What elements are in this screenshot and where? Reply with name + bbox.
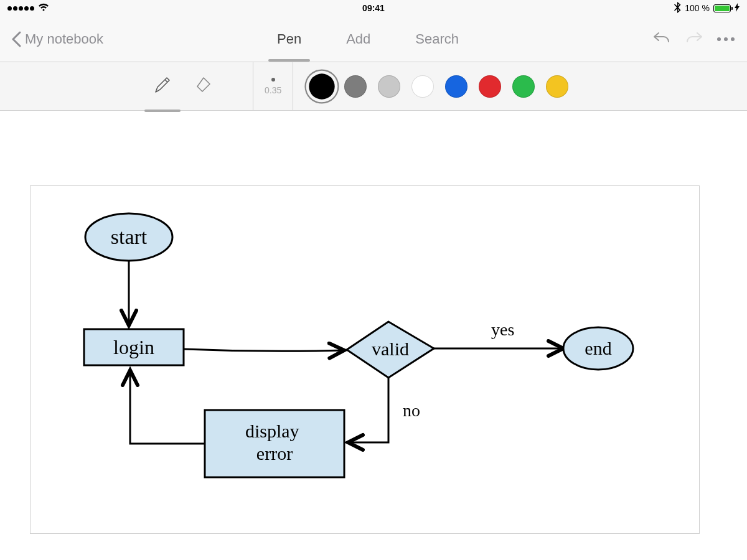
pen-size-label: 0.35 xyxy=(265,85,281,95)
color-blue[interactable] xyxy=(445,75,467,98)
node-end-label: end xyxy=(585,338,611,358)
color-gray[interactable] xyxy=(344,75,367,98)
status-time: 09:41 xyxy=(251,3,496,13)
node-start-label: start xyxy=(111,225,148,248)
tab-pen[interactable]: Pen xyxy=(272,17,306,61)
wifi-icon xyxy=(38,3,49,14)
redo-button[interactable] xyxy=(685,30,703,48)
chevron-left-icon xyxy=(11,31,21,47)
size-dot-icon xyxy=(271,78,275,82)
back-label: My notebook xyxy=(25,31,103,47)
edge-error-login xyxy=(130,370,205,444)
color-white[interactable] xyxy=(411,75,434,98)
status-bar: 09:41 100 % xyxy=(0,0,747,16)
battery-icon xyxy=(713,4,731,12)
edge-valid-error xyxy=(348,378,388,442)
bluetooth-icon xyxy=(674,2,681,15)
tab-search[interactable]: Search xyxy=(410,17,464,61)
color-red[interactable] xyxy=(479,75,501,98)
edge-yes-label: yes xyxy=(491,320,514,339)
signal-icon xyxy=(7,6,34,11)
color-palette xyxy=(299,75,580,98)
pen-toolbar: 0.35 xyxy=(0,62,747,111)
node-login-label: login xyxy=(113,336,154,358)
eraser-tool[interactable] xyxy=(192,67,215,106)
header: My notebook Pen Add Search xyxy=(0,16,747,62)
header-tabs: Pen Add Search xyxy=(96,17,640,61)
eraser-icon xyxy=(194,76,213,95)
pencil-icon xyxy=(153,76,172,95)
color-silver[interactable] xyxy=(378,75,400,98)
color-black[interactable] xyxy=(309,73,335,99)
battery-label: 100 % xyxy=(685,3,710,13)
charging-icon xyxy=(735,3,740,14)
flowchart-diagram: start login valid yes end no display xyxy=(31,186,700,534)
drawing-canvas[interactable]: start login valid yes end no display xyxy=(30,185,700,534)
edge-login-valid xyxy=(184,349,344,351)
pen-size-selector[interactable]: 0.35 xyxy=(253,62,293,111)
tab-add[interactable]: Add xyxy=(341,17,375,61)
node-valid-label: valid xyxy=(372,338,409,359)
pencil-tool[interactable] xyxy=(151,67,174,106)
edge-no-label: no xyxy=(403,401,420,420)
more-button[interactable] xyxy=(717,37,735,41)
color-green[interactable] xyxy=(512,75,535,98)
undo-button[interactable] xyxy=(652,30,671,48)
color-yellow[interactable] xyxy=(546,75,568,98)
